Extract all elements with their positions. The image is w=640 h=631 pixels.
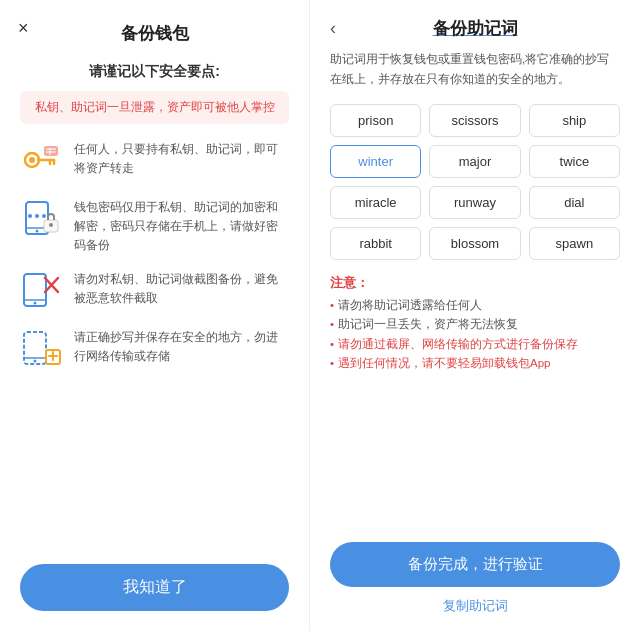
svg-point-13: [35, 214, 39, 218]
svg-rect-17: [24, 274, 46, 306]
word-chip: miracle: [330, 186, 421, 219]
right-desc: 助记词用于恢复钱包或重置钱包密码,将它准确的抄写在纸上，并存放在只有你知道的安全…: [330, 49, 620, 90]
right-panel: ‹ 备份助记词 助记词用于恢复钱包或重置钱包密码,将它准确的抄写在纸上，并存放在…: [310, 0, 640, 631]
svg-point-19: [34, 301, 37, 304]
i-know-button[interactable]: 我知道了: [20, 564, 289, 611]
feature-text-3: 请勿对私钥、助记词做截图备份，避免被恶意软件截取: [74, 270, 289, 308]
word-chip: spawn: [529, 227, 620, 260]
close-button[interactable]: ×: [18, 18, 29, 39]
feature-item-3: 请勿对私钥、助记词做截图备份，避免被恶意软件截取: [20, 270, 289, 314]
phone-scissors-icon: [20, 270, 64, 314]
word-chip: dial: [529, 186, 620, 219]
left-panel: × 备份钱包 请谨记以下安全要点: 私钥、助记词一旦泄露，资产即可被他人掌控: [0, 0, 310, 631]
warning-banner: 私钥、助记词一旦泄露，资产即可被他人掌控: [20, 91, 289, 124]
feature-text-4: 请正确抄写并保存在安全的地方，勿进行网络传输或存储: [74, 328, 289, 366]
word-chip: twice: [529, 145, 620, 178]
right-header: ‹ 备份助记词: [330, 18, 620, 39]
copy-link[interactable]: 复制助记词: [443, 597, 508, 615]
svg-point-12: [28, 214, 32, 218]
word-chip: runway: [429, 186, 520, 219]
left-title: 备份钱包: [121, 22, 189, 45]
back-button[interactable]: ‹: [330, 18, 336, 39]
right-title: 备份助记词: [433, 17, 518, 40]
word-chip: winter: [330, 145, 421, 178]
right-actions: 备份完成，进行验证 复制助记词: [330, 542, 620, 615]
notes-item: 请勿通过截屏、网络传输的方式进行备份保存: [330, 335, 620, 355]
phone-save-icon: [20, 328, 64, 372]
feature-text-2: 钱包密码仅用于私钥、助记词的加密和解密，密码只存储在手机上，请做好密码备份: [74, 198, 289, 256]
phone-lock-icon: [20, 198, 64, 242]
svg-point-14: [42, 214, 46, 218]
feature-item-4: 请正确抄写并保存在安全的地方，勿进行网络传输或存储: [20, 328, 289, 372]
feature-text-1: 任何人，只要持有私钥、助记词，即可将资产转走: [74, 140, 289, 178]
svg-point-11: [36, 230, 39, 233]
notes-title: 注意：: [330, 274, 620, 292]
svg-rect-22: [24, 332, 46, 364]
word-chip: blossom: [429, 227, 520, 260]
key-phone-icon: [20, 140, 64, 184]
verify-button[interactable]: 备份完成，进行验证: [330, 542, 620, 587]
right-title-text: 备份助记词: [433, 19, 518, 38]
word-chip: major: [429, 145, 520, 178]
notes-item: 请勿将助记词透露给任何人: [330, 296, 620, 316]
svg-rect-5: [44, 146, 58, 156]
notes-item: 助记词一旦丢失，资产将无法恢复: [330, 315, 620, 335]
svg-point-16: [49, 223, 53, 227]
word-chip: scissors: [429, 104, 520, 137]
notes-item: 遇到任何情况，请不要轻易卸载钱包App: [330, 354, 620, 374]
word-chip: ship: [529, 104, 620, 137]
feature-item-2: 钱包密码仅用于私钥、助记词的加密和解密，密码只存储在手机上，请做好密码备份: [20, 198, 289, 256]
word-grid: prisonscissorsshipwintermajortwicemiracl…: [330, 104, 620, 260]
notes-section: 注意： 请勿将助记词透露给任何人助记词一旦丢失，资产将无法恢复请勿通过截屏、网络…: [330, 274, 620, 374]
word-chip: rabbit: [330, 227, 421, 260]
svg-point-24: [34, 359, 37, 362]
svg-point-1: [29, 157, 35, 163]
feature-item-1: 任何人，只要持有私钥、助记词，即可将资产转走: [20, 140, 289, 184]
left-subtitle: 请谨记以下安全要点:: [89, 63, 220, 81]
feature-list: 任何人，只要持有私钥、助记词，即可将资产转走 钱包: [20, 140, 289, 554]
word-chip: prison: [330, 104, 421, 137]
